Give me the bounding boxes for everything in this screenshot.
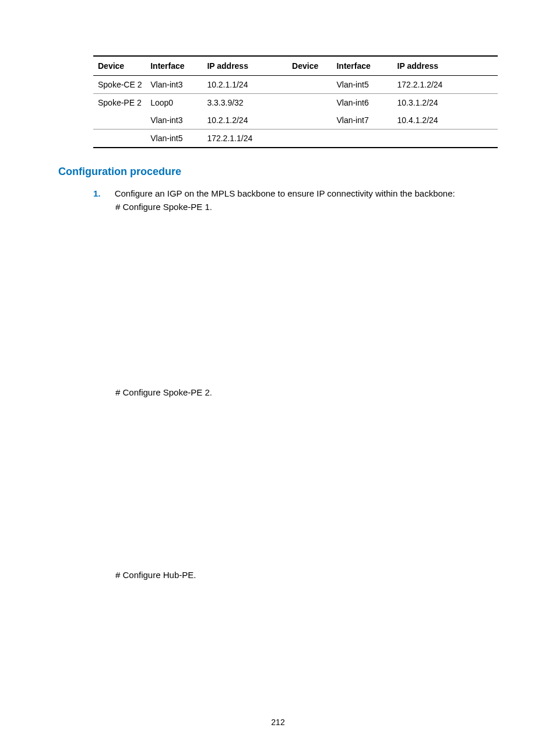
cell [332, 130, 392, 148]
cell [287, 111, 332, 130]
th-interface-1: Interface [146, 57, 202, 76]
page-number: 212 [0, 718, 556, 727]
section-heading: Configuration procedure [58, 166, 498, 178]
table-row: Vlan-int5 172.2.1.1/24 [93, 130, 498, 148]
cell [287, 76, 332, 94]
config-step: # Configure Spoke-PE 1. [115, 202, 498, 212]
cell [393, 130, 498, 148]
th-interface-2: Interface [332, 57, 392, 76]
list-number: 1. [93, 188, 105, 198]
th-ip-2: IP address [393, 57, 498, 76]
cell: 172.2.1.2/24 [393, 76, 498, 94]
ordered-list: 1. Configure an IGP on the MPLS backbone… [93, 188, 498, 198]
th-device-2: Device [287, 57, 332, 76]
cell: Vlan-int5 [332, 76, 392, 94]
list-line-1: Configure an IGP on the MPLS backbone to… [115, 188, 455, 198]
cell: Vlan-int7 [332, 111, 392, 130]
cell [287, 94, 332, 112]
cell [287, 130, 332, 148]
cell: Vlan-int6 [332, 94, 392, 112]
th-ip-1: IP address [202, 57, 287, 76]
th-device-1: Device [93, 57, 146, 76]
cell: 3.3.3.9/32 [202, 94, 287, 112]
cell: 10.2.1.2/24 [202, 111, 287, 130]
cell: Spoke-CE 2 [93, 76, 146, 94]
cell: Vlan-int3 [146, 76, 202, 94]
cell: 10.3.1.2/24 [393, 94, 498, 112]
cell: Spoke-PE 2 [93, 94, 146, 112]
cell: 10.4.1.2/24 [393, 111, 498, 130]
cell: 10.2.1.1/24 [202, 76, 287, 94]
cell: 172.2.1.1/24 [202, 130, 287, 148]
interface-table: Device Interface IP address Device Inter… [93, 55, 498, 148]
config-step: # Configure Spoke-PE 2. [115, 387, 498, 397]
cell [93, 111, 146, 130]
config-step: # Configure Hub-PE. [115, 570, 498, 580]
table-row: Spoke-CE 2 Vlan-int3 10.2.1.1/24 Vlan-in… [93, 76, 498, 94]
list-text: Configure an IGP on the MPLS backbone to… [107, 188, 455, 198]
cell: Vlan-int3 [146, 111, 202, 130]
table-row: Vlan-int3 10.2.1.2/24 Vlan-int7 10.4.1.2… [93, 111, 498, 130]
cell: Vlan-int5 [146, 130, 202, 148]
table-row: Spoke-PE 2 Loop0 3.3.3.9/32 Vlan-int6 10… [93, 94, 498, 112]
cell: Loop0 [146, 94, 202, 112]
cell [93, 130, 146, 148]
